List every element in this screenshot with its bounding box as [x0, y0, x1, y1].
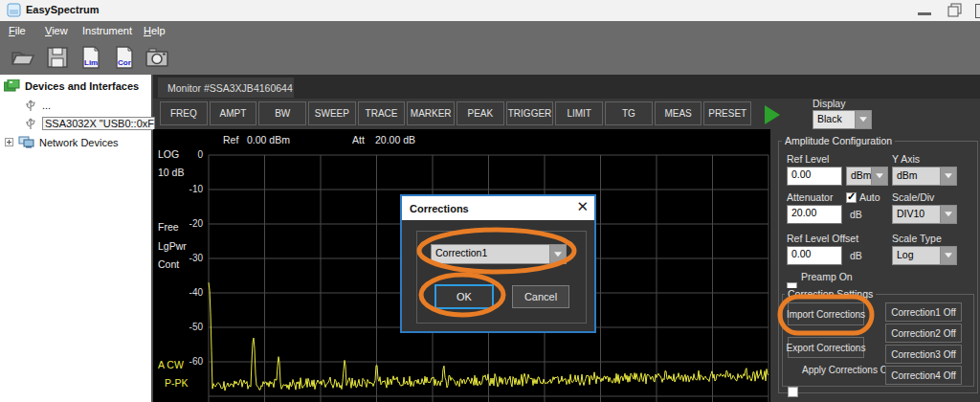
- y-tick: -30: [178, 253, 203, 263]
- display-label: Display: [813, 98, 845, 109]
- auto-checkbox[interactable]: [846, 192, 857, 203]
- minimize-button[interactable]: [918, 12, 931, 15]
- close-button[interactable]: [975, 4, 980, 18]
- y-tick: -60: [178, 356, 203, 367]
- tree-item-usb-empty[interactable]: ...: [25, 98, 51, 112]
- restore-button[interactable]: [947, 3, 963, 18]
- y-tick: -20: [178, 218, 203, 229]
- export-corrections-button[interactable]: Export Corrections: [788, 337, 864, 358]
- tree-item-ssa3032x[interactable]: SSA3032X "USB0::0xF4EC::0: [25, 116, 155, 130]
- chevron-down-icon[interactable]: [549, 244, 567, 264]
- correction-settings-title: Correction Settings: [785, 288, 876, 300]
- detector-label: P-PK: [165, 377, 189, 389]
- dialog-title-bar[interactable]: Corrections ✕: [402, 196, 594, 220]
- trigger-button[interactable]: TRIGGER: [506, 101, 554, 125]
- bw-button[interactable]: BW: [258, 101, 306, 125]
- chevron-down-icon[interactable]: [855, 110, 872, 129]
- toolbar: Lim Cor: [0, 40, 980, 77]
- ref-level-unit-select[interactable]: dBm: [846, 167, 888, 186]
- correction2-off-button[interactable]: Correction2 Off: [885, 324, 962, 343]
- tg-button[interactable]: TG: [605, 101, 653, 125]
- meas-button[interactable]: MEAS: [655, 101, 702, 125]
- import-corrections-button[interactable]: Import Corrections: [788, 302, 864, 325]
- y-axis-label: Y Axis: [892, 153, 920, 165]
- ref-label: Ref: [223, 134, 238, 145]
- tree-item-label: Network Devices: [39, 137, 119, 148]
- limit-badge-text: Lim: [84, 58, 98, 67]
- chevron-down-icon[interactable]: [940, 246, 957, 265]
- correction4-off-button[interactable]: Correction4 Off: [885, 366, 962, 385]
- chevron-down-icon[interactable]: [871, 167, 888, 186]
- display-select[interactable]: Black: [813, 110, 872, 129]
- correction1-off-button[interactable]: Correction1 Off: [885, 302, 962, 322]
- sweep-button[interactable]: SWEEP: [308, 101, 356, 125]
- usb-icon: [25, 98, 36, 112]
- att-value: 20.00 dB: [375, 134, 415, 145]
- network-icon: [18, 136, 34, 148]
- correction3-off-button[interactable]: Correction3 Off: [885, 345, 962, 364]
- chevron-down-icon[interactable]: [940, 167, 957, 186]
- chevron-down-icon[interactable]: [940, 205, 957, 224]
- dialog-close-icon[interactable]: ✕: [576, 198, 589, 215]
- device-tree-panel: Devices and Interfaces ... SSA3032X "USB…: [0, 75, 153, 402]
- trace-button[interactable]: TRACE: [358, 101, 406, 125]
- y-axis-select[interactable]: dBm: [892, 167, 957, 186]
- y-axis-value: dBm: [892, 167, 940, 186]
- scale-div-select[interactable]: DIV10: [892, 205, 957, 224]
- control-button-row: FREQ AMPT BW SWEEP TRACE MARKER PEAK TRI…: [160, 101, 751, 125]
- apply-corrections-checkbox[interactable]: [788, 387, 798, 397]
- attenuator-input[interactable]: 20.00: [787, 205, 842, 224]
- menu-help[interactable]: Help: [140, 24, 169, 37]
- corrections-dialog: Corrections ✕ Correction1 OK Cancel: [400, 194, 596, 333]
- preset-button[interactable]: PRESET: [703, 101, 751, 125]
- ref-offset-input[interactable]: 0.00: [787, 246, 842, 265]
- scale-type-label: Scale Type: [892, 233, 942, 244]
- ampt-button[interactable]: AMPT: [210, 101, 257, 125]
- y-tick: -40: [178, 287, 203, 298]
- dialog-title: Corrections: [410, 203, 469, 214]
- easyspectrum-window: EasySpectrum File View Instrument Help L…: [0, 0, 980, 402]
- y-tick: -10: [178, 184, 203, 194]
- peak-button[interactable]: PEAK: [457, 101, 504, 125]
- correction-select-value: Correction1: [431, 244, 549, 264]
- screenshot-icon[interactable]: [145, 45, 169, 70]
- apply-corrections-label: Apply Corrections On: [802, 365, 893, 375]
- correction-editor-icon[interactable]: Cor: [112, 45, 137, 70]
- limit-button[interactable]: LIMIT: [555, 101, 603, 125]
- att-label: Att: [352, 134, 365, 145]
- tree-root-devices[interactable]: Devices and Interfaces: [4, 79, 139, 92]
- usb-icon: [25, 116, 36, 130]
- menu-view[interactable]: View: [41, 24, 72, 37]
- menu-file[interactable]: File: [5, 24, 30, 37]
- menu-instrument[interactable]: Instrument: [78, 24, 136, 37]
- cancel-button[interactable]: Cancel: [512, 285, 569, 308]
- tab-monitor[interactable]: Monitor #SSA3XJB4160644: [158, 78, 294, 98]
- preamp-label: Preamp On: [801, 271, 853, 282]
- correction-select[interactable]: Correction1: [431, 244, 567, 264]
- scale-type-value: Log: [892, 246, 940, 265]
- scale-type-select[interactable]: Log: [892, 246, 957, 265]
- freq-button[interactable]: FREQ: [160, 101, 208, 125]
- expand-plus-icon[interactable]: [5, 138, 13, 146]
- scale-div-select-label: Scale/Div: [892, 191, 934, 203]
- open-file-icon[interactable]: [11, 45, 35, 70]
- scale-div-value: DIV10: [892, 205, 940, 224]
- marker-button[interactable]: MARKER: [407, 101, 455, 125]
- tree-item-network-devices[interactable]: Network Devices: [5, 136, 119, 148]
- ref-level-unit-value: dBm: [846, 167, 871, 186]
- devices-icon: [4, 79, 20, 92]
- limit-editor-icon[interactable]: Lim: [78, 45, 103, 70]
- title-bar: EasySpectrum: [0, 0, 980, 22]
- save-icon[interactable]: [45, 45, 70, 70]
- y-tick: 0: [178, 149, 203, 160]
- menu-bar: File View Instrument Help: [0, 21, 980, 40]
- ok-button[interactable]: OK: [434, 284, 494, 309]
- ref-level-input[interactable]: 0.00: [787, 167, 842, 186]
- ref-offset-unit: dB: [850, 250, 862, 261]
- ref-level-label: Ref Level: [787, 153, 829, 165]
- correction-badge-text: Cor: [118, 58, 131, 67]
- auto-label: Auto: [859, 191, 880, 203]
- display-value: Black: [813, 110, 855, 129]
- tree-root-label: Devices and Interfaces: [25, 80, 139, 92]
- run-play-icon[interactable]: [765, 105, 780, 124]
